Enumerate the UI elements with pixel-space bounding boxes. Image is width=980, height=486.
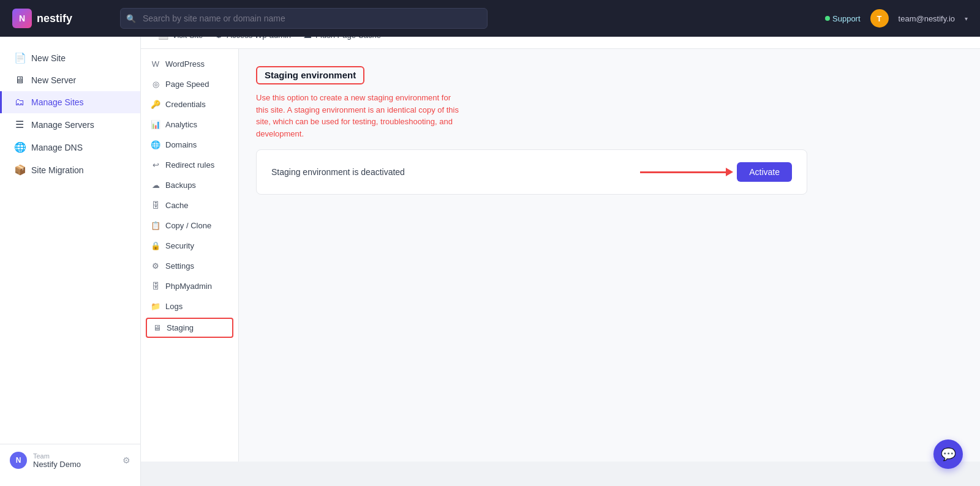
menu-label: Page Speed xyxy=(165,80,209,89)
support-status-dot xyxy=(825,16,830,21)
staging-icon: 🖥 xyxy=(152,323,162,332)
search-icon: 🔍 xyxy=(126,14,136,23)
credentials-icon: 🔑 xyxy=(151,100,160,109)
search-wrapper: 🔍 xyxy=(120,8,488,29)
menu-item-domains[interactable]: 🌐 Domains xyxy=(141,135,238,155)
security-icon: 🔒 xyxy=(151,241,160,250)
sidebar-item-new-site[interactable]: 📄 New Site xyxy=(0,47,140,69)
menu-label: Backups xyxy=(165,181,196,190)
activate-button[interactable]: Activate xyxy=(737,162,792,182)
menu-label: WordPress xyxy=(165,59,205,69)
sidebar-item-label: Manage Servers xyxy=(31,120,94,130)
sidebar-user-avatar: N xyxy=(10,452,27,462)
settings-icon: ⚙ xyxy=(151,261,160,271)
menu-item-settings[interactable]: ⚙ Settings xyxy=(141,256,238,276)
nav-right: Support T team@nestify.io ▾ xyxy=(825,9,968,28)
menu-item-copy-clone[interactable]: 📋 Copy / Clone xyxy=(141,215,238,236)
menu-item-analytics[interactable]: 📊 Analytics xyxy=(141,114,238,135)
main-content: kiko-demosite Production ⬜ Visit Site ⚙ … xyxy=(141,0,980,462)
analytics-icon: 📊 xyxy=(151,120,160,129)
user-role: Team xyxy=(33,452,116,460)
sidebar-user-info: Team Nestify Demo xyxy=(33,452,116,462)
staging-content-area: Staging environment Use this option to c… xyxy=(239,49,980,462)
site-migration-icon: 📦 xyxy=(14,164,25,176)
menu-label: PhpMyadmin xyxy=(165,282,212,291)
new-server-icon: 🖥 xyxy=(14,75,25,86)
manage-dns-icon: 🌐 xyxy=(14,141,25,153)
sidebar-item-site-migration[interactable]: 📦 Site Migration xyxy=(0,159,140,181)
sidebar-item-label: Site Migration xyxy=(31,165,84,175)
sidebar-item-label: Manage DNS xyxy=(31,143,83,152)
menu-label: Cache xyxy=(165,201,189,210)
manage-servers-icon: ☰ xyxy=(14,119,25,130)
settings-icon[interactable]: ⚙ xyxy=(123,455,130,462)
sidebar-item-label: New Site xyxy=(31,53,66,63)
user-email[interactable]: team@nestify.io xyxy=(899,14,955,23)
search-input[interactable] xyxy=(120,8,488,29)
top-navigation: N nestify 🔍 Support T team@nestify.io ▾ xyxy=(0,0,980,37)
chevron-down-icon[interactable]: ▾ xyxy=(965,15,968,22)
sidebar-user-section[interactable]: N Team Nestify Demo ⚙ xyxy=(0,444,140,462)
backups-icon: ☁ xyxy=(151,181,160,190)
menu-label: Analytics xyxy=(165,120,197,129)
logo[interactable]: N nestify xyxy=(12,9,110,28)
menu-label: Credentials xyxy=(165,100,206,109)
logs-icon: 📁 xyxy=(151,302,160,311)
page-speed-icon: ◎ xyxy=(151,80,160,89)
staging-heading-wrapper: Staging environment xyxy=(256,66,364,84)
logo-text: nestify xyxy=(37,12,72,25)
activate-arrow-annotation xyxy=(640,168,733,176)
arrow-line xyxy=(640,171,726,173)
domains-icon: 🌐 xyxy=(151,140,160,149)
manage-sites-icon: 🗂 xyxy=(14,97,25,108)
user-name: Nestify Demo xyxy=(33,460,116,462)
sidebar-item-new-server[interactable]: 🖥 New Server xyxy=(0,69,140,91)
redirect-icon: ↩ xyxy=(151,160,160,170)
menu-label: Domains xyxy=(165,140,197,149)
chat-icon: 💬 xyxy=(941,447,956,462)
sidebar-item-manage-servers[interactable]: ☰ Manage Servers xyxy=(0,113,140,136)
support-link[interactable]: Support xyxy=(825,14,861,23)
staging-description: Use this option to create a new staging … xyxy=(256,92,464,140)
sidebar: 📄 New Site 🖥 New Server 🗂 Manage Sites ☰… xyxy=(0,37,141,462)
left-menu: W WordPress ◎ Page Speed 🔑 Credentials 📊… xyxy=(141,49,239,462)
menu-item-phpmyadmin[interactable]: 🗄 PhpMyadmin xyxy=(141,276,238,296)
red-arrow xyxy=(640,168,733,176)
menu-label: Redirect rules xyxy=(165,160,214,170)
arrow-head xyxy=(726,168,733,176)
menu-label: Staging xyxy=(167,323,194,332)
menu-item-security[interactable]: 🔒 Security xyxy=(141,236,238,256)
menu-label: Settings xyxy=(165,261,194,271)
sidebar-item-manage-dns[interactable]: 🌐 Manage DNS xyxy=(0,136,140,159)
staging-heading: Staging environment xyxy=(265,70,356,80)
staging-status-text: Staging environment is deactivated xyxy=(271,167,405,177)
sidebar-item-manage-sites[interactable]: 🗂 Manage Sites xyxy=(0,91,140,113)
menu-item-wordpress[interactable]: W WordPress xyxy=(141,54,238,74)
cache-icon: 🗄 xyxy=(151,201,160,210)
menu-label: Logs xyxy=(165,302,183,311)
menu-item-logs[interactable]: 📁 Logs xyxy=(141,296,238,316)
menu-label: Copy / Clone xyxy=(165,221,211,230)
new-site-icon: 📄 xyxy=(14,52,25,64)
sidebar-item-label: New Server xyxy=(31,75,76,85)
menu-item-redirect-rules[interactable]: ↩ Redirect rules xyxy=(141,155,238,175)
wordpress-icon: W xyxy=(151,59,160,69)
menu-label: Security xyxy=(165,241,194,250)
logo-icon: N xyxy=(12,9,32,28)
menu-item-staging[interactable]: 🖥 Staging xyxy=(147,319,232,337)
user-avatar: T xyxy=(870,9,889,28)
staging-item-border: 🖥 Staging xyxy=(146,318,233,338)
support-label: Support xyxy=(832,14,861,23)
copy-clone-icon: 📋 xyxy=(151,221,160,230)
menu-item-credentials[interactable]: 🔑 Credentials xyxy=(141,94,238,114)
menu-item-page-speed[interactable]: ◎ Page Speed xyxy=(141,74,238,94)
menu-item-cache[interactable]: 🗄 Cache xyxy=(141,195,238,215)
sidebar-item-label: Manage Sites xyxy=(31,97,84,107)
phpmyadmin-icon: 🗄 xyxy=(151,282,160,291)
page-body: W WordPress ◎ Page Speed 🔑 Credentials 📊… xyxy=(141,49,980,462)
menu-item-backups[interactable]: ☁ Backups xyxy=(141,175,238,195)
staging-status-card: Staging environment is deactivated Activ… xyxy=(256,149,807,195)
